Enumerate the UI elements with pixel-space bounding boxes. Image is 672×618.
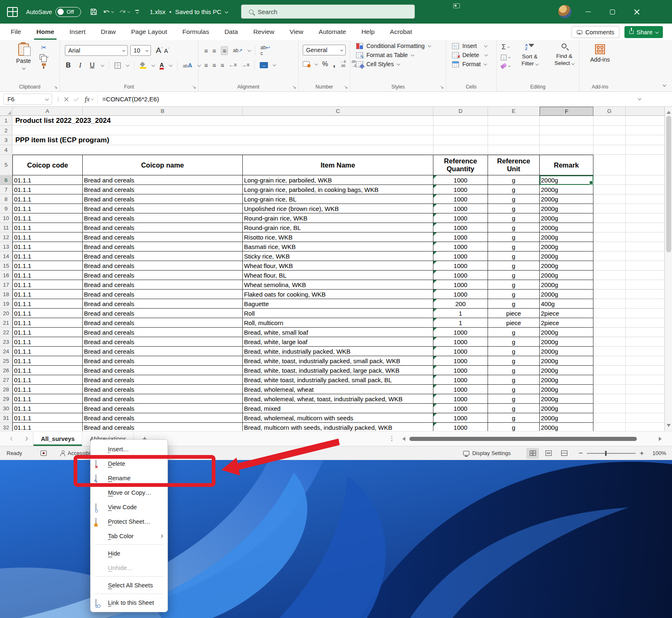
cell-B9[interactable]: Bread and cereals <box>83 204 243 213</box>
ribbon-tab-automate[interactable]: Automate <box>318 26 347 37</box>
minimize-button[interactable] <box>576 0 600 24</box>
cell-B14[interactable]: Bread and cereals <box>83 252 243 261</box>
cell-E14[interactable]: g <box>488 252 540 261</box>
cell-B26[interactable]: Bread and cereals <box>83 366 243 375</box>
scroll-right-icon[interactable] <box>659 437 664 441</box>
cell-A24[interactable]: 01.1.1 <box>12 347 83 356</box>
share-button[interactable]: Share <box>624 26 663 38</box>
cell-C16[interactable]: Wheat flour, BL <box>243 271 433 280</box>
cell-D32[interactable]: 1000 <box>433 423 488 431</box>
cell-C25[interactable]: Bread, white, toast, industrially packed… <box>243 356 433 366</box>
zoom-out-icon[interactable]: − <box>579 449 583 458</box>
align-bottom-icon[interactable]: ≡ <box>221 46 228 55</box>
row-header-8[interactable]: 8 <box>0 194 12 204</box>
cancel-formula-icon[interactable] <box>64 97 69 101</box>
borders-icon[interactable] <box>115 62 121 69</box>
cell-B20[interactable]: Bread and cereals <box>83 309 243 318</box>
cell-C19[interactable]: Baguette <box>243 299 433 309</box>
cell-D24[interactable]: 1000 <box>433 347 488 356</box>
find-select-button[interactable]: Find & Select <box>550 43 579 68</box>
underline-dropdown-icon[interactable] <box>100 63 104 67</box>
cell-F28[interactable]: 2000g <box>540 385 593 394</box>
save-icon[interactable] <box>90 8 97 15</box>
accounting-format-icon[interactable] <box>303 61 310 67</box>
cell-C31[interactable]: Bread, wholemeal, multicorn with seeds <box>243 413 433 423</box>
table-header-reference-quantity[interactable]: Reference Quantity <box>433 155 488 175</box>
display-settings-button[interactable]: Display Settings <box>463 450 511 456</box>
zoom-in-icon[interactable]: + <box>640 449 644 458</box>
formula-input[interactable]: =CONCAT(D6*2,E6) <box>103 96 159 103</box>
scroll-up-icon[interactable] <box>667 109 671 114</box>
cell-B15[interactable]: Bread and cereals <box>83 261 243 271</box>
align-top-icon[interactable]: ≡ <box>204 47 208 54</box>
font-dialog-launcher-icon[interactable]: ↘ <box>192 85 196 89</box>
excel-app-icon[interactable] <box>7 7 18 17</box>
column-header-A[interactable]: A <box>12 107 83 116</box>
cell-F7[interactable]: 2000g <box>540 185 593 194</box>
vertical-scroll-thumb[interactable] <box>666 116 671 252</box>
bold-button[interactable]: B <box>65 62 72 69</box>
font-size-select[interactable]: 10 <box>130 45 151 56</box>
cell-D9[interactable]: 1000 <box>433 204 488 213</box>
row-header-14[interactable]: 14 <box>0 252 12 261</box>
increase-indent-icon[interactable]: →≡ <box>242 62 249 68</box>
enter-formula-icon[interactable] <box>74 96 79 101</box>
row-header-12[interactable]: 12 <box>0 232 12 242</box>
cell-C8[interactable]: Long-grain rice, BL <box>243 194 433 204</box>
column-header-B[interactable]: B <box>83 107 243 116</box>
cell-F32[interactable]: 2000g <box>540 423 593 431</box>
cell-F18[interactable]: 2000g <box>540 290 593 299</box>
row-header-18[interactable]: 18 <box>0 290 12 299</box>
insert-function-button[interactable]: fx <box>85 96 93 103</box>
cell-D15[interactable]: 1000 <box>433 261 488 271</box>
autosum-button[interactable]: Σ <box>502 43 509 51</box>
cell-F24[interactable]: 2000g <box>540 347 593 356</box>
cell-D23[interactable]: 1000 <box>433 337 488 347</box>
select-all-corner[interactable] <box>0 107 12 116</box>
percent-style-icon[interactable]: % <box>322 60 328 68</box>
close-button[interactable] <box>625 0 649 24</box>
cell-E19[interactable]: g <box>488 299 540 309</box>
cell-B12[interactable]: Bread and cereals <box>83 232 243 242</box>
cell-F26[interactable]: 2000g <box>540 366 593 375</box>
cell-E13[interactable]: g <box>488 242 540 252</box>
cell-E27[interactable]: g <box>488 375 540 385</box>
cell-F22[interactable]: 2000g <box>540 328 593 337</box>
ribbon-tab-review[interactable]: Review <box>252 26 275 37</box>
menu-item-link-to-this-sheet[interactable]: Link to this Sheet <box>91 595 167 610</box>
cell-C10[interactable]: Round-grain rice, WKB <box>243 213 433 223</box>
cell-F23[interactable]: 2000g <box>540 337 593 347</box>
cell-A29[interactable]: 01.1.1 <box>12 394 83 404</box>
row-header-24[interactable]: 24 <box>0 347 12 356</box>
search-input[interactable]: Search <box>241 5 415 19</box>
clear-formatting-icon[interactable]: abA <box>183 62 192 69</box>
cell-D25[interactable]: 1000 <box>433 356 488 366</box>
cell-E24[interactable]: g <box>488 347 540 356</box>
fill-color-icon[interactable] <box>140 62 146 69</box>
cell-B21[interactable]: Bread and cereals <box>83 318 243 328</box>
cell-F30[interactable]: 2000g <box>540 404 593 413</box>
row-header-20[interactable]: 20 <box>0 309 12 318</box>
ribbon-tab-acrobat[interactable]: Acrobat <box>389 26 413 37</box>
fill-button[interactable]: ↓ <box>501 55 510 60</box>
row-header-25[interactable]: 25 <box>0 356 12 366</box>
row-header-6[interactable]: 6 <box>0 175 12 185</box>
cell-E28[interactable]: g <box>488 385 540 394</box>
horizontal-scroll-thumb[interactable] <box>409 437 637 441</box>
cell-A8[interactable]: 01.1.1 <box>12 194 83 204</box>
styles-dialog-launcher-icon[interactable]: ↘ <box>440 85 444 89</box>
sort-filter-button[interactable]: AZ Sort & Filter <box>517 43 543 68</box>
cell-E25[interactable]: g <box>488 356 540 366</box>
italic-button[interactable]: I <box>77 62 84 69</box>
row-header-21[interactable]: 21 <box>0 318 12 328</box>
cell-C26[interactable]: Bread, white, toast, industrially packed… <box>243 366 433 375</box>
menu-item-protect-sheet[interactable]: Protect Sheet… <box>91 514 167 529</box>
page-break-view-button[interactable] <box>558 448 570 459</box>
row-header-9[interactable]: 9 <box>0 204 12 213</box>
cell-D29[interactable]: 1000 <box>433 394 488 404</box>
clear-button[interactable] <box>501 64 510 68</box>
row-header-22[interactable]: 22 <box>0 328 12 337</box>
menu-item-view-code[interactable]: View Code <box>91 500 167 514</box>
row-header-10[interactable]: 10 <box>0 213 12 223</box>
cell-B17[interactable]: Bread and cereals <box>83 280 243 290</box>
